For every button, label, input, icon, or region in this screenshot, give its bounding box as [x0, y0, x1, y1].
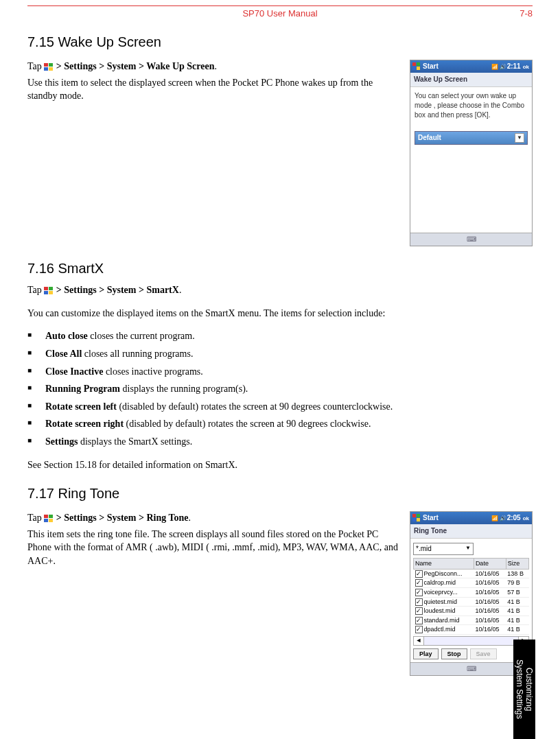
list-item: Running Program displays the running pro… — [27, 382, 439, 396]
ringtone-table: Name Date Size PegDisconn...10/16/05138 … — [413, 558, 529, 635]
list-item: Auto close closes the current program. — [27, 329, 439, 343]
start-flag-icon — [44, 63, 54, 71]
ok-button[interactable]: ok — [523, 63, 529, 71]
list-item: Close Inactive closes inactive programs. — [27, 365, 439, 379]
table-row[interactable]: voiceprvcy...10/16/0557 B — [414, 587, 529, 597]
start-flag-icon — [44, 515, 54, 523]
post-7-16: See Section 15.18 for detailed informati… — [27, 458, 533, 472]
svg-rect-15 — [49, 519, 53, 522]
dev-sip-bar: ⌨ — [410, 233, 532, 246]
checkbox-icon[interactable] — [415, 617, 423, 624]
tap-path-7-15: Tap > Settings > System > Wake Up Screen… — [27, 60, 401, 73]
col-name[interactable]: Name — [414, 559, 474, 570]
stop-button[interactable]: Stop — [441, 648, 467, 660]
start-flag-icon — [412, 514, 421, 522]
start-flag-icon — [412, 62, 421, 71]
checkbox-icon[interactable] — [415, 570, 423, 578]
col-date[interactable]: Date — [474, 559, 506, 570]
sound-icon: 🔊 — [500, 63, 506, 71]
tap-path-7-16: Tap > Settings > System > SmartX. — [27, 283, 533, 297]
svg-rect-13 — [49, 515, 53, 518]
signal-icon: 📶 — [491, 63, 498, 71]
checkbox-icon[interactable] — [415, 607, 423, 615]
page-number: 7-8 — [498, 8, 533, 20]
dev-body-text: You can select your own wake up mode , p… — [415, 91, 528, 120]
titlebar-start: Start — [423, 513, 439, 523]
table-row[interactable]: PegDisconn...10/16/05138 B — [414, 569, 529, 578]
list-item: Close All closes all running programs. — [27, 347, 439, 361]
signal-icon: 📶 — [491, 515, 498, 522]
scroll-left-icon[interactable]: ◄ — [414, 637, 424, 645]
checkbox-icon[interactable] — [415, 626, 423, 633]
start-flag-icon — [44, 287, 54, 295]
svg-rect-10 — [44, 291, 48, 294]
svg-rect-16 — [412, 514, 416, 517]
svg-rect-4 — [412, 62, 416, 66]
smartx-list: Auto close closes the current program. C… — [27, 329, 439, 448]
manual-header: SP70 User Manual 7-8 — [27, 6, 533, 20]
svg-rect-18 — [412, 518, 416, 521]
dev-subtitle: Ring Tone — [410, 524, 532, 539]
desc-7-17: This item sets the ring tone file. The s… — [27, 528, 401, 568]
device-mock-wake-up: Start 📶 🔊 2:11 ok Wake Up Screen You can… — [410, 60, 533, 246]
svg-rect-3 — [49, 67, 53, 71]
dev-combo[interactable]: Default ▼ — [415, 131, 528, 145]
doc-title: SP70 User Manual — [62, 8, 498, 20]
svg-rect-14 — [44, 519, 48, 522]
svg-rect-6 — [412, 67, 416, 70]
svg-rect-8 — [44, 287, 48, 290]
titlebar-start: Start — [423, 62, 439, 71]
svg-rect-7 — [417, 67, 420, 70]
svg-rect-1 — [49, 63, 53, 67]
svg-rect-17 — [417, 514, 420, 517]
checkbox-icon[interactable] — [415, 589, 423, 596]
titlebar-time: 2:05 — [507, 513, 521, 523]
checkbox-icon[interactable] — [415, 598, 423, 606]
table-row[interactable]: dpadctl.mid10/16/0541 B — [414, 625, 529, 635]
filter-select[interactable]: *.mid ▼ — [413, 543, 474, 555]
svg-rect-2 — [44, 67, 48, 71]
desc-7-15: Use this item to select the displayed sc… — [27, 76, 401, 103]
dropdown-arrow-icon: ▼ — [515, 133, 524, 143]
list-item: Rotate screen right (disabled by default… — [27, 417, 439, 431]
section-heading-7-16: 7.16 SmartX — [27, 259, 533, 278]
table-row[interactable]: caldrop.mid10/16/0579 B — [414, 578, 529, 588]
dropdown-arrow-icon: ▼ — [465, 544, 471, 554]
svg-rect-11 — [49, 291, 53, 294]
save-button: Save — [470, 648, 497, 660]
section-heading-7-15: 7.15 Wake Up Screen — [27, 32, 533, 51]
list-item: Rotate screen left (disabled by default)… — [27, 400, 439, 414]
svg-rect-5 — [417, 62, 420, 66]
h-scrollbar[interactable]: ◄ ► — [413, 636, 529, 646]
table-row[interactable]: standard.mid10/16/0541 B — [414, 615, 529, 625]
dev-subtitle: Wake Up Screen — [410, 73, 532, 87]
svg-rect-12 — [44, 515, 48, 518]
table-row[interactable]: quietest.mid10/16/0541 B — [414, 597, 529, 607]
sound-icon: 🔊 — [500, 515, 506, 522]
list-item: Settings displays the SmartX settings. — [27, 435, 439, 449]
svg-rect-0 — [44, 63, 48, 67]
checkbox-icon[interactable] — [415, 579, 423, 587]
ok-button[interactable]: ok — [523, 515, 529, 522]
tap-path-7-17: Tap > Settings > System > Ring Tone. — [27, 511, 401, 525]
svg-rect-19 — [417, 518, 420, 521]
intro-7-16: You can customize the displayed items on… — [27, 307, 439, 320]
svg-rect-9 — [49, 287, 53, 290]
col-size[interactable]: Size — [506, 559, 528, 570]
titlebar-time: 2:11 — [507, 62, 521, 71]
table-row[interactable]: loudest.mid10/16/0541 B — [414, 607, 529, 616]
section-heading-7-17: 7.17 Ring Tone — [27, 484, 533, 503]
play-button[interactable]: Play — [413, 648, 439, 660]
side-tab: CustomizngSystem Settings — [513, 640, 535, 739]
